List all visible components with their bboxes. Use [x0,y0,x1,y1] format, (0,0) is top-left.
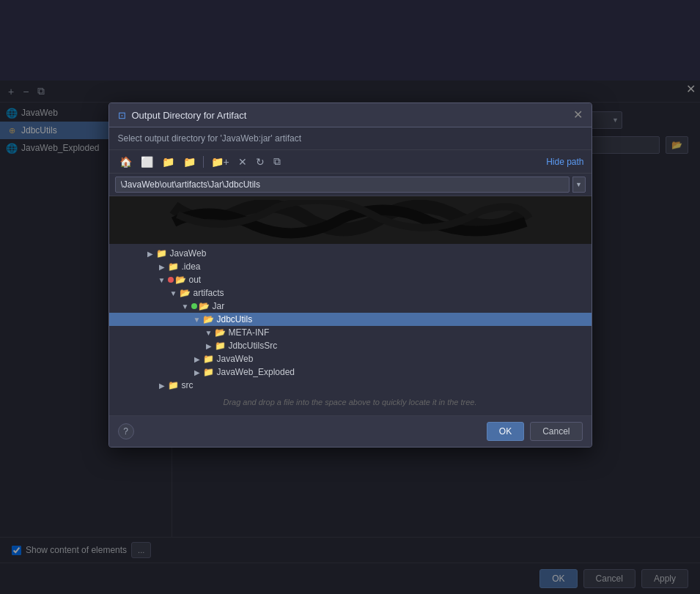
path-dropdown-button[interactable]: ▼ [572,177,586,193]
folder-artifacts-icon: 📂 [180,288,191,298]
folder-idea-icon: 📁 [168,261,180,272]
toggle-idea[interactable]: ▶ [156,263,168,271]
folder-meta-inf-icon: 📂 [215,327,226,338]
toggle-java-web[interactable]: ▶ [144,250,156,258]
new-folder-icon[interactable]: 📁+ [208,155,232,169]
tree-item-src[interactable]: ▶ 📁 src [109,379,592,392]
tree-label-artifacts: artifacts [194,288,224,298]
modal-overlay: ⊡ Output Directory for Artifact ✕ Select… [0,81,700,594]
collapse-icon[interactable]: ⬜ [138,155,156,169]
tree-label-java-web: JavaWeb [170,248,207,259]
toggle-java-web-exploded-nested[interactable]: ▶ [191,368,203,376]
help-button[interactable]: ? [118,423,134,439]
modal-footer: ? OK Cancel [109,415,592,447]
path-row: ▼ [109,174,592,196]
modal-header: ⊡ Output Directory for Artifact ✕ [109,103,592,127]
folder-jar-icon: 📂 [199,301,210,311]
modal-subtitle: Select output directory for 'JavaWeb:jar… [109,127,592,150]
modal-close-button[interactable]: ✕ [573,109,583,121]
filetree-toolbar: 🏠 ⬜ 📁 📁 📁+ ✕ ↻ ⧉ Hide path [109,150,592,174]
tree-container: ▶ 📁 JavaWeb ▶ 📁 .idea [109,247,592,412]
refresh-icon[interactable]: ↻ [253,155,268,169]
folder-java-web-exploded-nested-icon: 📁 [203,367,215,377]
folder-jdbc-utils-icon: 📂 [203,314,215,324]
tree-item-jdbc-utils-src[interactable]: ▶ 📁 JdbcUtilsSrc [109,339,592,352]
toggle-meta-inf[interactable]: ▼ [203,329,215,337]
modal-ok-button[interactable]: OK [487,422,524,441]
close-icon[interactable]: ✕ [686,83,696,95]
hide-path-button[interactable]: Hide path [546,157,583,167]
copy-path-icon[interactable]: ⧉ [270,154,284,169]
tree-item-artifacts[interactable]: ▼ 📂 artifacts [109,286,592,300]
dark-background [0,0,700,81]
toggle-java-web-nested[interactable]: ▶ [191,355,203,363]
tree-item-java-web-exploded-nested[interactable]: ▶ 📁 JavaWeb_Exploded [109,365,592,379]
tree-label-java-web-nested: JavaWeb [217,354,254,364]
toggle-out[interactable]: ▼ [156,276,168,284]
toolbar-separator [203,156,204,168]
folder-src-icon: 📁 [168,380,180,390]
output-dir-modal: ⊡ Output Directory for Artifact ✕ Select… [108,103,592,448]
tree-label-jar: Jar [213,301,225,311]
redact-overlay [109,196,592,244]
tree-item-java-web-nested[interactable]: ▶ 📁 JavaWeb [109,352,592,365]
tree-item-out[interactable]: ▼ 📂 out [109,273,592,286]
folder-java-web-icon: 📁 [156,248,168,259]
redact-scribble-svg [133,200,567,240]
toggle-jar[interactable]: ▼ [180,302,191,311]
tree-label-java-web-exploded-nested: JavaWeb_Exploded [217,367,295,377]
modal-header-icon: ⊡ [118,110,126,121]
folder-java-web-nested-icon: 📁 [203,354,215,364]
toggle-jdbc-utils-src[interactable]: ▶ [203,342,215,350]
toggle-jdbc-utils[interactable]: ▼ [191,316,203,324]
toggle-artifacts[interactable]: ▼ [168,289,180,297]
out-indicator [168,277,174,283]
home-icon[interactable]: 🏠 [117,155,135,169]
filetree-area: ▶ 📁 JavaWeb ▶ 📁 .idea [109,196,592,415]
jar-indicator [191,303,197,309]
toggle-src[interactable]: ▶ [156,382,168,390]
tree-label-meta-inf: META-INF [229,327,270,338]
tree-label-src: src [182,380,194,390]
path-input[interactable] [115,177,570,193]
tree-item-jdbc-utils[interactable]: ▼ 📂 JdbcUtils [109,313,592,326]
tree-item-java-web[interactable]: ▶ 📁 JavaWeb [109,247,592,260]
delete-icon[interactable]: ✕ [235,155,250,169]
tree-item-meta-inf[interactable]: ▼ 📂 META-INF [109,326,592,339]
tree-item-idea[interactable]: ▶ 📁 .idea [109,260,592,273]
folder-jdbc-utils-src-icon: 📁 [215,341,226,351]
tree-label-idea: .idea [182,261,201,272]
modal-cancel-button[interactable]: Cancel [530,422,582,441]
tree-label-jdbc-utils: JdbcUtils [217,314,253,324]
modal-title: Output Directory for Artifact [132,110,567,121]
tree-label-jdbc-utils-src: JdbcUtilsSrc [229,341,278,351]
tree-item-jar[interactable]: ▼ 📂 Jar [109,300,592,313]
tree-label-out: out [189,275,202,285]
folder-out-icon: 📂 [175,275,187,285]
drag-hint: Drag and drop a file into the space abov… [109,392,592,412]
folder-icon[interactable]: 📁 [159,155,177,169]
folder2-icon[interactable]: 📁 [180,155,199,169]
